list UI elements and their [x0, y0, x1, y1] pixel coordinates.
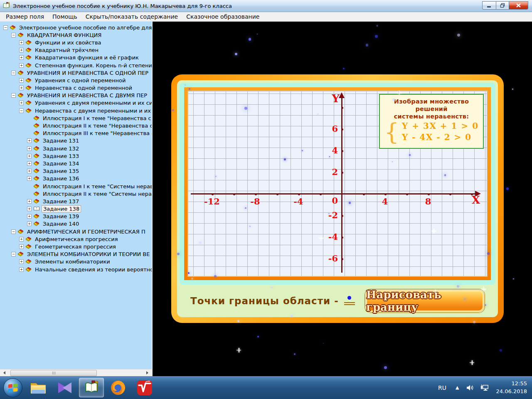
tree-item[interactable]: Иллюстрация I к теме "Неравенства с дв — [0, 114, 152, 122]
star-dot — [214, 275, 216, 277]
taskbar-app-red-app[interactable] — [132, 378, 157, 397]
expand-icon[interactable]: + — [27, 199, 32, 204]
expand-icon[interactable]: + — [27, 146, 32, 151]
book-closed-icon — [25, 236, 32, 242]
tree-item[interactable]: Иллюстрация II к теме "Неравенства с д — [0, 122, 152, 129]
expand-icon[interactable]: + — [27, 214, 32, 219]
tree-item[interactable]: +Задание 134 — [0, 160, 152, 167]
collapse-icon[interactable]: − — [3, 25, 8, 30]
tree-item[interactable]: +Функции и их свойства — [0, 39, 152, 46]
tree-item[interactable]: −Неравенства с двумя переменными и их си — [0, 107, 152, 114]
close-button[interactable] — [509, 1, 528, 10]
collapse-icon[interactable]: − — [11, 71, 16, 75]
expand-icon[interactable]: + — [19, 63, 24, 68]
collapse-icon[interactable]: − — [11, 252, 16, 256]
y-tick-label: 2 — [320, 167, 338, 177]
expand-icon[interactable]: + — [19, 48, 24, 52]
expand-icon[interactable]: + — [27, 207, 32, 211]
expand-icon[interactable]: + — [19, 40, 24, 45]
tree-item[interactable]: +Задание 139 — [0, 213, 152, 220]
tree-item-label: Задание 140 — [42, 221, 80, 227]
star-dot — [500, 349, 502, 352]
expand-icon[interactable]: + — [19, 86, 24, 90]
sparkle-star — [433, 289, 438, 294]
book-open-icon — [33, 206, 40, 212]
tree-item[interactable]: Иллюстрация III к теме "Неравенства с д — [0, 130, 152, 137]
volume-icon[interactable] — [463, 384, 477, 391]
tree-item[interactable]: +Задание 136 — [0, 175, 152, 182]
tree-item[interactable]: +Элементы комбинаторики — [0, 258, 152, 266]
tree-item[interactable]: +Квадратичная функция и её график — [0, 54, 152, 62]
tree-item-selected[interactable]: +Задание 138 — [0, 205, 152, 213]
expand-icon[interactable]: + — [19, 78, 24, 83]
collapse-icon[interactable]: − — [11, 229, 16, 234]
tree-item-label: Задание 133 — [42, 153, 80, 159]
tree-item[interactable]: +Арифметическая прогрессия — [0, 235, 152, 243]
menu-item-2[interactable]: Помощь — [48, 12, 81, 21]
tree-item[interactable]: +Задание 137 — [0, 197, 152, 205]
expand-icon[interactable]: + — [19, 237, 24, 241]
collapse-icon[interactable]: − — [11, 93, 16, 98]
scroll-left-arrow[interactable] — [0, 369, 7, 377]
language-indicator[interactable]: RU — [433, 384, 451, 391]
tree-item[interactable]: +Степенная функция. Корень n-й степени — [0, 62, 152, 69]
tree-item[interactable]: −УРАВНЕНИЯ И НЕРАВЕНСТВА С ОДНОЙ ПЕР — [0, 69, 152, 76]
show-hidden-icons-arrow[interactable]: ▲ — [451, 385, 463, 390]
expand-icon[interactable]: + — [19, 101, 24, 105]
expand-icon[interactable]: + — [19, 244, 24, 249]
menu-item-4[interactable]: Сказочное образование — [182, 12, 264, 21]
tree-item[interactable]: +Начальные сведения из теории вероятнос — [0, 266, 152, 273]
inequality-2: Y - 4X - 2 > 0 — [402, 132, 479, 143]
tree-item[interactable]: +Задание 131 — [0, 137, 152, 145]
scroll-thumb[interactable] — [10, 370, 97, 376]
tree-item[interactable]: +Геометрическая прогрессия — [0, 243, 152, 250]
tree-item[interactable]: −АРИФМЕТИЧЕСКАЯ И ГЕОМЕТРИЧЕСКАЯ П — [0, 228, 152, 235]
taskbar-app-explorer[interactable] — [26, 378, 51, 397]
tree-item[interactable]: +Задание 132 — [0, 145, 152, 152]
expand-icon[interactable]: + — [27, 161, 32, 166]
tree-item[interactable]: +Задание 133 — [0, 152, 152, 160]
scroll-right-arrow[interactable] — [145, 369, 152, 377]
expand-icon[interactable]: + — [27, 138, 32, 143]
minimize-button[interactable] — [482, 1, 496, 10]
tree-item[interactable]: −ЭЛЕМЕНТЫ КОМБИНАТОРИКИ И ТЕОРИИ ВЕ — [0, 251, 152, 258]
menu-item-1[interactable]: Размер поля — [2, 12, 48, 21]
scroll-track[interactable] — [7, 369, 145, 376]
restore-button[interactable] — [496, 1, 509, 10]
restore-icon — [500, 3, 505, 8]
expand-icon[interactable]: + — [27, 222, 32, 226]
taskbar-app-ebook-app[interactable] — [79, 378, 104, 397]
horizontal-scrollbar[interactable] — [0, 369, 152, 376]
expand-icon[interactable]: + — [19, 55, 24, 60]
draw-boundary-button[interactable]: Нарисовать границу — [365, 289, 485, 313]
tree-item[interactable]: +Задание 140 — [0, 220, 152, 228]
expand-icon[interactable]: + — [27, 169, 32, 173]
collapse-icon[interactable]: − — [11, 33, 16, 37]
expand-icon[interactable]: + — [19, 259, 24, 264]
network-icon[interactable] — [477, 384, 492, 392]
tree-item[interactable]: Иллюстрация I к теме "Системы неравен — [0, 182, 152, 190]
tree-item[interactable]: +Квадратный трёхчлен — [0, 47, 152, 54]
tree-item[interactable]: −КВАДРАТИЧНАЯ ФУНКЦИЯ — [0, 31, 152, 39]
expand-icon[interactable]: + — [27, 176, 32, 181]
tree-item[interactable]: +Неравенства с одной переменной — [0, 84, 152, 92]
menu-item-3[interactable]: Скрыть/показать содержание — [81, 12, 182, 21]
tree-item[interactable]: +Задание 135 — [0, 167, 152, 175]
star-dot — [323, 343, 324, 344]
coordinate-plane[interactable]: X Y 0 Изобрази множество решений системы… — [187, 91, 488, 277]
book-closed-icon — [33, 191, 39, 197]
expand-icon[interactable]: + — [19, 267, 24, 272]
taskbar-app-firefox[interactable] — [106, 378, 131, 397]
x-tick-label: -8 — [243, 196, 268, 207]
clock[interactable]: 12:55 24.06.2018 — [492, 380, 532, 396]
tree-item[interactable]: +Уравнения с одной переменной — [0, 76, 152, 84]
y-tick-label: 4 — [320, 145, 338, 155]
collapse-icon[interactable]: − — [19, 108, 24, 113]
expand-icon[interactable]: + — [27, 154, 32, 158]
tree-item[interactable]: −УРАВНЕНИЯ И НЕРАВЕНСТВА С ДВУМЯ ПЕР — [0, 92, 152, 99]
tree-item[interactable]: −Электронное учебное пособие по алгебре … — [0, 24, 152, 31]
start-button[interactable] — [3, 378, 22, 397]
tree-item[interactable]: Иллюстрация II к теме "Системы нераве — [0, 190, 152, 197]
taskbar-app-kmplayer[interactable] — [52, 378, 77, 397]
tree-item[interactable]: +Уравнения с двумя переменными и их сист — [0, 99, 152, 107]
